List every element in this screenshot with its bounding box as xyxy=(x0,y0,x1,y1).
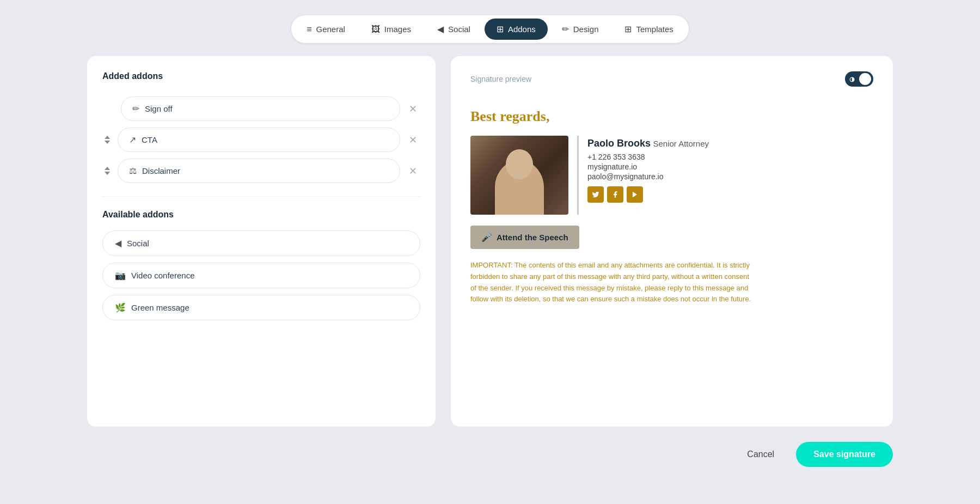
available-item-video-conference[interactable]: 📷 Video conference xyxy=(102,263,420,288)
arrow-up-icon xyxy=(105,136,110,139)
arrow-down-icon xyxy=(105,141,110,144)
cta-reorder-handle[interactable] xyxy=(102,133,112,146)
tab-general-label: General xyxy=(316,25,345,34)
sig-name-row: Paolo Brooks Senior Attorney xyxy=(587,138,709,149)
save-signature-button[interactable]: Save signature xyxy=(796,442,893,467)
social-icon: ◀ xyxy=(437,24,444,34)
addon-disclaimer-inner[interactable]: ⚖ Disclaimer xyxy=(118,159,400,183)
sig-email: paolo@mysignature.io xyxy=(587,172,709,181)
added-addons-title: Added addons xyxy=(102,71,420,81)
sig-socials xyxy=(587,186,709,203)
signoff-text: Best regards, xyxy=(470,108,873,125)
preview-label: Signature preview xyxy=(470,75,531,83)
available-item-social[interactable]: ◀ Social xyxy=(102,230,420,256)
addon-signoff-inner[interactable]: ✏ Sign off xyxy=(121,96,400,121)
addons-icon: ⊞ xyxy=(497,24,504,34)
preview-header: Signature preview ◑ xyxy=(470,71,873,87)
cta-button-preview: 🎤 Attend the Speech xyxy=(470,226,579,249)
sig-role: Senior Attorney xyxy=(653,139,709,148)
addon-disclaimer-label: Disclaimer xyxy=(142,166,180,175)
profile-photo xyxy=(470,136,568,215)
panel-divider xyxy=(102,196,420,197)
tab-addons[interactable]: ⊞ Addons xyxy=(485,19,548,40)
cta-button-icon: 🎤 xyxy=(481,232,492,242)
design-icon: ✏ xyxy=(562,24,569,34)
tab-images-label: Images xyxy=(384,25,411,34)
templates-icon: ⊞ xyxy=(624,24,632,34)
arrow-down-icon-2 xyxy=(105,172,110,175)
tab-images[interactable]: 🖼 Images xyxy=(359,19,423,40)
nav-tabs-container: ≡ General 🖼 Images ◀ Social ⊞ Addons ✏ D… xyxy=(291,15,689,43)
youtube-social-icon xyxy=(627,186,643,203)
images-icon: 🖼 xyxy=(371,25,380,34)
disclaimer-icon: ⚖ xyxy=(129,166,137,176)
facebook-social-icon xyxy=(607,186,623,203)
left-panel: Added addons ✏ Sign off ✕ ↗ CTA xyxy=(87,56,436,427)
addon-cta-close[interactable]: ✕ xyxy=(406,132,420,148)
cancel-button[interactable]: Cancel xyxy=(734,442,787,467)
disclaimer-text: IMPORTANT: The contents of this email an… xyxy=(470,260,754,305)
addon-cta-inner[interactable]: ↗ CTA xyxy=(118,127,400,152)
addon-signoff-close[interactable]: ✕ xyxy=(406,101,420,117)
available-green-icon: 🌿 xyxy=(115,302,126,313)
top-navigation: ≡ General 🖼 Images ◀ Social ⊞ Addons ✏ D… xyxy=(0,0,980,56)
sig-website: mysignature.io xyxy=(587,162,709,171)
addon-cta-label: CTA xyxy=(142,135,157,144)
signoff-icon: ✏ xyxy=(132,104,139,114)
arrow-up-icon-2 xyxy=(105,167,110,170)
signature-info: Paolo Brooks Senior Attorney +1 226 353 … xyxy=(587,136,709,205)
svg-marker-0 xyxy=(633,192,637,198)
addon-item-cta: ↗ CTA ✕ xyxy=(102,127,420,152)
tab-templates[interactable]: ⊞ Templates xyxy=(612,19,685,40)
addon-disclaimer-close[interactable]: ✕ xyxy=(406,163,420,179)
tab-design-label: Design xyxy=(573,25,599,34)
sig-full-name: Paolo Brooks xyxy=(587,138,651,149)
available-social-icon: ◀ xyxy=(115,238,121,248)
tab-templates-label: Templates xyxy=(636,25,673,34)
addon-item-signoff: ✏ Sign off ✕ xyxy=(102,96,420,121)
bottom-bar: Cancel Save signature xyxy=(87,442,893,478)
tab-social-label: Social xyxy=(448,25,470,34)
available-video-label: Video conference xyxy=(131,271,194,280)
main-content: Added addons ✏ Sign off ✕ ↗ CTA xyxy=(87,56,893,427)
sig-phone: +1 226 353 3638 xyxy=(587,153,709,161)
twitter-social-icon xyxy=(587,186,604,203)
addon-signoff-label: Sign off xyxy=(145,104,173,113)
toggle-knob xyxy=(859,73,871,85)
available-video-icon: 📷 xyxy=(115,270,126,281)
cta-button-label: Attend the Speech xyxy=(497,233,568,242)
right-panel: Signature preview ◑ Best regards, Paolo xyxy=(451,56,893,427)
available-addons-section: Available addons ◀ Social 📷 Video confer… xyxy=(102,210,420,320)
available-green-label: Green message xyxy=(131,303,189,312)
tab-social[interactable]: ◀ Social xyxy=(425,19,482,40)
addon-item-disclaimer: ⚖ Disclaimer ✕ xyxy=(102,159,420,183)
available-addons-title: Available addons xyxy=(102,210,420,220)
dark-mode-toggle[interactable]: ◑ xyxy=(845,71,873,87)
tab-general[interactable]: ≡ General xyxy=(295,19,357,40)
signature-body: Paolo Brooks Senior Attorney +1 226 353 … xyxy=(470,136,873,215)
signature-divider xyxy=(577,136,579,215)
available-item-green-message[interactable]: 🌿 Green message xyxy=(102,295,420,320)
added-addons-section: Added addons ✏ Sign off ✕ ↗ CTA xyxy=(102,71,420,183)
disclaimer-reorder-handle[interactable] xyxy=(102,165,112,177)
tab-design[interactable]: ✏ Design xyxy=(550,19,611,40)
cta-icon: ↗ xyxy=(129,135,136,145)
general-icon: ≡ xyxy=(307,25,311,34)
available-social-label: Social xyxy=(127,239,149,248)
signature-preview-content: Best regards, Paolo Brooks Senior Attorn… xyxy=(470,100,873,314)
tab-addons-label: Addons xyxy=(508,25,536,34)
toggle-dark-label: ◑ xyxy=(849,76,855,83)
